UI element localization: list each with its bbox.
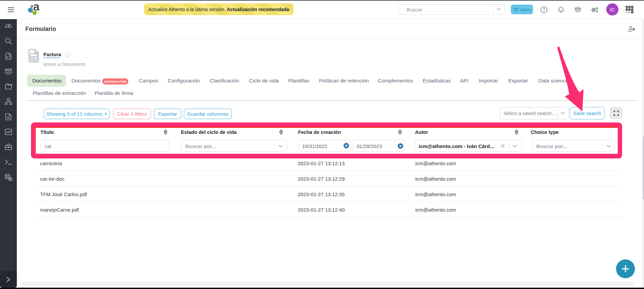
svg-text:a: a: [33, 2, 40, 13]
svg-text:i: i: [67, 53, 68, 57]
svg-text:?: ?: [543, 7, 545, 12]
